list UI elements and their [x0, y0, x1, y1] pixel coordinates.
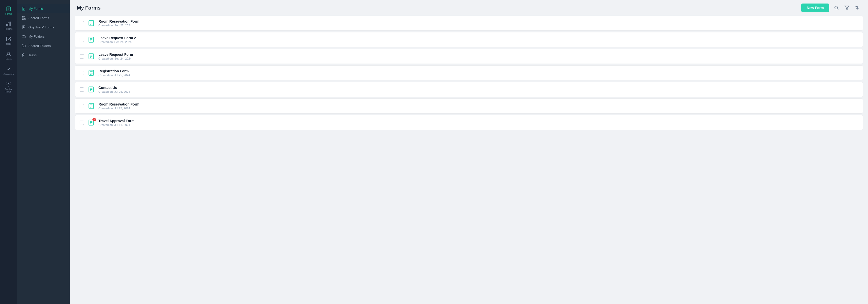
svg-rect-36: [89, 70, 94, 75]
sidebar-item-trash-label: Trash: [28, 53, 37, 57]
form-info: Room Reservation Form Created on: Jul 25…: [98, 102, 858, 110]
form-name: Travel Approval Form: [98, 119, 858, 123]
form-info: Travel Approval Form Created on: Jul 11,…: [98, 119, 858, 126]
form-date: Created on: Sep 27, 2024: [98, 24, 858, 27]
sidebar-item-shared-forms-label: Shared Forms: [28, 16, 49, 20]
svg-rect-37: [90, 71, 93, 72]
form-badge: 7: [92, 118, 96, 121]
form-checkbox[interactable]: [80, 104, 84, 108]
sidebar: My Forms Shared Forms Org Users' Forms M…: [17, 0, 70, 304]
form-name: Registration Form: [98, 69, 858, 73]
form-card[interactable]: Room Reservation Form Created on: Jul 25…: [75, 98, 863, 114]
sidebar-item-my-folders-label: My Folders: [28, 35, 44, 38]
form-icon: [87, 53, 95, 60]
nav-item-forms-label: Forms: [5, 12, 12, 15]
nav-item-reports-label: Reports: [4, 28, 12, 30]
form-checkbox[interactable]: [80, 54, 84, 59]
forms-list: Room Reservation Form Created on: Sep 27…: [70, 16, 868, 304]
svg-rect-5: [8, 23, 9, 26]
form-card[interactable]: Room Reservation Form Created on: Sep 27…: [75, 16, 863, 31]
form-date: Created on: Sep 24, 2024: [98, 40, 858, 43]
svg-rect-6: [10, 22, 11, 26]
svg-rect-15: [22, 26, 25, 29]
form-checkbox[interactable]: [80, 38, 84, 42]
nav-item-users[interactable]: Users: [0, 48, 17, 63]
svg-point-19: [835, 6, 838, 9]
form-date: Created on: Jul 25, 2024: [98, 90, 858, 93]
form-info: Registration Form Created on: Jul 25, 20…: [98, 69, 858, 77]
page-header: My Forms New Form: [70, 0, 868, 16]
nav-item-control-panel-label: ControlPanel: [5, 88, 12, 93]
form-checkbox[interactable]: [80, 71, 84, 75]
sidebar-item-my-folders[interactable]: My Folders: [17, 32, 70, 41]
form-icon: [87, 19, 95, 27]
form-icon: [87, 102, 95, 110]
form-info: Leave Request Form Created on: Sep 24, 2…: [98, 53, 858, 60]
form-card[interactable]: Leave Request Form 2 Created on: Sep 24,…: [75, 32, 863, 47]
nav-item-approvals[interactable]: Approvals: [0, 63, 17, 79]
search-button[interactable]: [833, 4, 840, 11]
sidebar-item-shared-folders-label: Shared Folders: [28, 44, 51, 48]
svg-marker-21: [845, 6, 849, 10]
svg-point-8: [8, 83, 9, 85]
svg-point-7: [7, 52, 9, 54]
nav-item-reports[interactable]: Reports: [0, 18, 17, 33]
form-info: Contact Us Created on: Jul 25, 2024: [98, 86, 858, 93]
form-icon: [87, 36, 95, 43]
form-name: Room Reservation Form: [98, 102, 858, 106]
form-icon: 7: [87, 119, 95, 126]
nav-item-approvals-label: Approvals: [3, 73, 13, 75]
nav-item-forms[interactable]: Forms: [0, 3, 17, 18]
sidebar-item-org-users-forms[interactable]: Org Users' Forms: [17, 23, 70, 32]
form-card[interactable]: Contact Us Created on: Jul 25, 2024: [75, 82, 863, 97]
form-icon: [87, 86, 95, 93]
new-form-button[interactable]: New Form: [801, 3, 829, 12]
form-name: Room Reservation Form: [98, 19, 858, 23]
nav-item-control-panel[interactable]: ControlPanel: [0, 79, 17, 96]
nav-item-users-label: Users: [5, 58, 11, 60]
form-card[interactable]: Leave Request Form Created on: Sep 24, 2…: [75, 49, 863, 64]
sidebar-item-trash[interactable]: Trash: [17, 51, 70, 60]
filter-icon: [844, 5, 849, 10]
form-checkbox[interactable]: [80, 21, 84, 25]
svg-line-20: [837, 9, 839, 10]
header-actions: New Form: [801, 3, 861, 12]
form-info: Room Reservation Form Created on: Sep 27…: [98, 19, 858, 27]
search-icon: [834, 5, 839, 10]
form-name: Leave Request Form: [98, 53, 858, 57]
nav-item-tasks[interactable]: Tasks: [0, 33, 17, 48]
nav-item-tasks-label: Tasks: [5, 43, 11, 45]
sort-button[interactable]: [854, 4, 861, 11]
form-checkbox[interactable]: [80, 87, 84, 92]
sidebar-item-my-forms[interactable]: My Forms: [17, 4, 70, 13]
form-date: Created on: Jul 25, 2024: [98, 107, 858, 110]
form-name: Contact Us: [98, 86, 858, 90]
page-title: My Forms: [77, 5, 100, 11]
sidebar-item-shared-folders[interactable]: Shared Folders: [17, 41, 70, 51]
form-info: Leave Request Form 2 Created on: Sep 24,…: [98, 36, 858, 43]
form-icon: [87, 69, 95, 77]
sidebar-item-my-forms-label: My Forms: [28, 7, 43, 10]
form-checkbox[interactable]: [80, 121, 84, 125]
left-nav: Forms Reports Tasks Users Approvals: [0, 0, 17, 304]
sidebar-item-shared-forms[interactable]: Shared Forms: [17, 13, 70, 23]
sort-icon: [855, 5, 860, 10]
form-date: Created on: Jul 11, 2024: [98, 123, 858, 126]
main-content: My Forms New Form: [70, 0, 868, 304]
form-card[interactable]: 7 Travel Approval Form Created on: Jul 1…: [75, 115, 863, 130]
form-date: Created on: Jul 25, 2024: [98, 73, 858, 77]
form-date: Created on: Sep 24, 2024: [98, 57, 858, 60]
form-card[interactable]: Registration Form Created on: Jul 25, 20…: [75, 65, 863, 81]
form-name: Leave Request Form 2: [98, 36, 858, 40]
sidebar-item-org-users-forms-label: Org Users' Forms: [28, 25, 54, 29]
filter-button[interactable]: [843, 4, 850, 11]
svg-rect-4: [6, 24, 7, 26]
